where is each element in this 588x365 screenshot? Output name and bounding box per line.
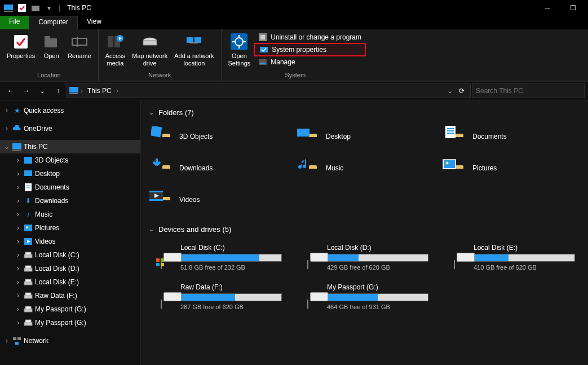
drive-item[interactable]: Local Disk (C:)51.8 GB free of 232 GB: [149, 240, 290, 274]
open-button[interactable]: Open: [38, 30, 64, 72]
search-input[interactable]: [476, 87, 581, 95]
cloud-icon: [12, 124, 21, 133]
nav-up-button[interactable]: ↑: [51, 83, 65, 98]
sidebar-item[interactable]: ›Documents: [0, 181, 140, 194]
sidebar-item[interactable]: ›Local Disk (D:): [0, 262, 140, 275]
qat-newfolder-icon[interactable]: [29, 2, 42, 14]
folder-item[interactable]: Pictures: [442, 155, 583, 181]
sidebar-item[interactable]: ›Local Disk (C:): [0, 248, 140, 262]
chevron-right-icon[interactable]: ›: [15, 224, 21, 232]
search-box[interactable]: [472, 83, 585, 98]
svg-rect-31: [12, 149, 21, 151]
access-media-button[interactable]: Access media: [102, 30, 129, 72]
tab-view[interactable]: View: [78, 16, 110, 29]
item-icon: [24, 305, 33, 314]
folders-header[interactable]: ⌄ Folders (7): [141, 106, 588, 119]
drive-item[interactable]: Local Disk (D:)429 GB free of 620 GB: [295, 240, 436, 274]
sidebar-item[interactable]: ›Local Disk (E:): [0, 275, 140, 289]
open-settings-button[interactable]: Open Settings: [225, 30, 254, 72]
sidebar-item[interactable]: ›⬇Downloads: [0, 194, 140, 208]
chevron-right-icon[interactable]: ›: [15, 238, 21, 245]
sidebar-item-label: Local Disk (D:): [35, 265, 79, 272]
sidebar-item[interactable]: ›Desktop: [0, 167, 140, 181]
folder-item[interactable]: Downloads: [149, 155, 290, 181]
qat-dropdown-icon[interactable]: ▾: [43, 2, 55, 14]
navbar: ← → ⌄ ↑ › This PC › ⌄ ⟳: [0, 81, 588, 100]
rename-button[interactable]: Rename: [64, 30, 95, 72]
svg-rect-62: [444, 160, 455, 168]
drive-icon: [149, 246, 174, 269]
drive-usage-bar: [474, 254, 575, 262]
folder-label: Videos: [179, 196, 200, 204]
address-bar[interactable]: › This PC › ⌄ ⟳: [67, 83, 471, 98]
drive-item[interactable]: My Passport (G:)464 GB free of 931 GB: [295, 280, 436, 314]
folder-icon: [149, 157, 174, 179]
map-network-drive-button[interactable]: Map network drive: [129, 30, 171, 72]
chevron-right-icon[interactable]: ›: [15, 170, 21, 178]
sidebar-item[interactable]: ›Videos: [0, 235, 140, 248]
drives-header[interactable]: ⌄ Devices and drives (5): [141, 223, 588, 236]
uninstall-program-button[interactable]: Uninstall or change a program: [254, 32, 366, 43]
drive-usage-bar: [327, 254, 428, 262]
qat-properties-icon[interactable]: [16, 2, 28, 14]
address-dropdown-icon[interactable]: ⌄: [444, 83, 456, 98]
chevron-right-icon[interactable]: ›: [15, 251, 21, 259]
chevron-right-icon[interactable]: ›: [15, 265, 21, 272]
svg-rect-47: [25, 293, 31, 296]
folder-item[interactable]: Videos: [149, 187, 290, 213]
sidebar-item[interactable]: ›3D Objects: [0, 153, 140, 167]
chevron-right-icon[interactable]: ›: [3, 125, 10, 133]
svg-rect-9: [108, 36, 113, 47]
sidebar-item[interactable]: ›My Passport (G:): [0, 316, 140, 329]
sidebar-item[interactable]: ›Pictures: [0, 221, 140, 235]
chevron-down-icon[interactable]: ⌄: [149, 226, 154, 233]
nav-recent-button[interactable]: ⌄: [35, 83, 50, 98]
sidebar-item[interactable]: ›Raw Data (F:): [0, 289, 140, 302]
breadcrumb[interactable]: This PC: [85, 87, 114, 95]
chevron-right-icon[interactable]: ›: [81, 87, 83, 95]
content-pane: ⌄ Folders (7) 3D ObjectsDesktopDocuments…: [141, 100, 588, 365]
folder-item[interactable]: Music: [295, 155, 436, 181]
chevron-right-icon[interactable]: ›: [3, 107, 10, 115]
system-properties-button[interactable]: System properties: [254, 43, 366, 56]
add-network-location-button[interactable]: Add a network location: [171, 30, 217, 72]
chevron-right-icon[interactable]: ›: [15, 156, 21, 164]
chevron-down-icon[interactable]: ⌄: [149, 109, 154, 116]
maximize-button[interactable]: ☐: [560, 0, 586, 16]
drive-item[interactable]: Raw Data (F:)287 GB free of 620 GB: [149, 280, 290, 314]
minimize-button[interactable]: ─: [535, 0, 560, 16]
chevron-right-icon[interactable]: ›: [15, 183, 21, 191]
sidebar-item[interactable]: ›My Passport (G:): [0, 302, 140, 316]
nav-forward-button[interactable]: →: [19, 83, 34, 98]
sidebar-item-quick-access[interactable]: › ★ Quick access: [0, 104, 140, 117]
svg-rect-53: [17, 337, 21, 340]
tab-file[interactable]: File: [0, 16, 29, 29]
chevron-right-icon[interactable]: ›: [116, 87, 118, 95]
chevron-down-icon[interactable]: ⌄: [3, 143, 10, 151]
chevron-right-icon[interactable]: ›: [15, 197, 21, 205]
nav-back-button[interactable]: ←: [3, 83, 18, 98]
chevron-right-icon[interactable]: ›: [15, 292, 21, 300]
sidebar-item[interactable]: ›♪Music: [0, 208, 140, 221]
item-icon: [24, 223, 33, 232]
ribbon: Properties Open Rename Location Access m…: [0, 29, 588, 81]
chevron-right-icon[interactable]: ›: [3, 337, 10, 345]
tab-computer[interactable]: Computer: [29, 16, 78, 29]
folder-item[interactable]: Documents: [442, 124, 583, 149]
folder-item[interactable]: 3D Objects: [149, 124, 290, 149]
sidebar-item-this-pc[interactable]: ⌄ This PC: [0, 140, 140, 153]
properties-button[interactable]: Properties: [3, 30, 38, 72]
folder-item[interactable]: Desktop: [295, 124, 436, 149]
chevron-right-icon[interactable]: ›: [15, 319, 21, 327]
chevron-right-icon[interactable]: ›: [15, 305, 21, 313]
drive-item[interactable]: Local Disk (E:)410 GB free of 620 GB: [442, 240, 583, 274]
sidebar-item-onedrive[interactable]: › OneDrive: [0, 122, 140, 135]
folder-label: Pictures: [472, 164, 497, 172]
sidebar-item-network[interactable]: › Network: [0, 334, 140, 348]
manage-button[interactable]: Manage: [254, 56, 366, 68]
folder-icon: [442, 157, 467, 179]
chevron-right-icon[interactable]: ›: [15, 278, 21, 286]
network-icon: [12, 336, 21, 345]
chevron-right-icon[interactable]: ›: [15, 210, 21, 218]
refresh-button[interactable]: ⟳: [456, 83, 468, 98]
